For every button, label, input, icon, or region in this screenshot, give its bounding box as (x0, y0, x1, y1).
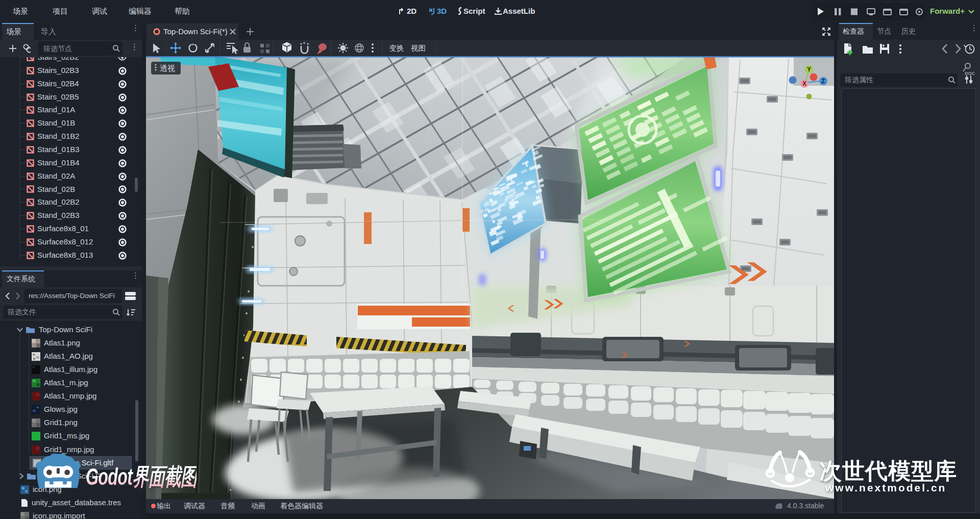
svg-text:Y: Y (807, 66, 811, 73)
svg-text:X: X (802, 80, 806, 87)
svg-text:透视: 透视 (160, 64, 175, 72)
svg-text:Z: Z (821, 78, 825, 85)
